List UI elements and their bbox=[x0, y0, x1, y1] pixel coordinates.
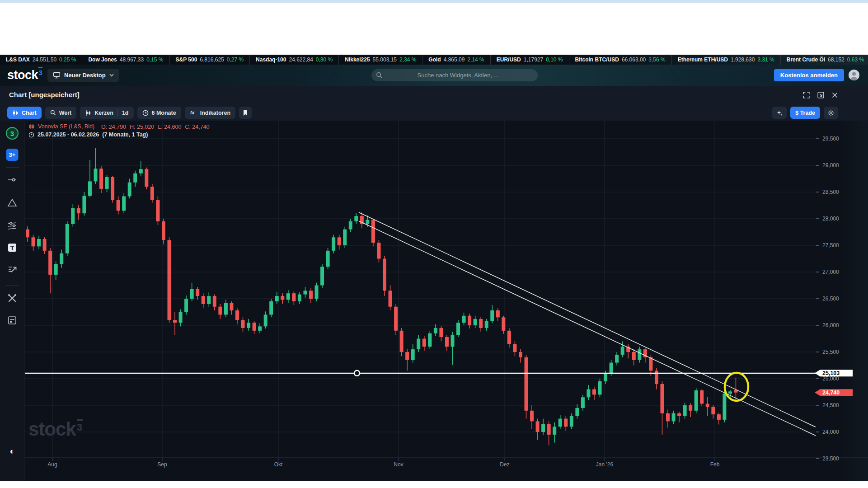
search-input[interactable] bbox=[383, 71, 533, 79]
pattern-tool[interactable] bbox=[7, 220, 18, 231]
ticker-change: 0,30 % bbox=[316, 56, 333, 63]
x-axis[interactable]: AugSepOktNovDezJan '26Feb bbox=[47, 458, 719, 468]
tab-chart[interactable]: Chart bbox=[7, 107, 42, 119]
trend-channel[interactable] bbox=[359, 212, 816, 436]
range-button[interactable]: 6 Monate bbox=[137, 107, 181, 119]
shapes-tool[interactable] bbox=[7, 197, 18, 208]
ticker-symbol: Brent Crude Öl bbox=[787, 56, 825, 63]
ticker-item[interactable]: Ethereum ETH/USD1.928,6303,31 % bbox=[672, 55, 781, 65]
svg-text:25,103: 25,103 bbox=[822, 370, 840, 376]
chevron-down-icon bbox=[109, 74, 114, 77]
ticker-item[interactable]: EUR/USD1,179270,10 % bbox=[491, 55, 569, 65]
charttype-label: Kerzen bbox=[94, 110, 113, 116]
divider bbox=[6, 167, 19, 168]
ticker-item[interactable]: L&S DAX24.551,500,25 % bbox=[0, 55, 82, 65]
bookmark-button[interactable] bbox=[239, 107, 252, 119]
ticker-change: 0,63 % bbox=[847, 56, 864, 63]
ticker-item[interactable]: Gold4.865,092,14 % bbox=[422, 55, 490, 65]
x-axis-label: Okt bbox=[274, 461, 283, 468]
y-axis-label: 24,500 bbox=[822, 402, 839, 408]
signup-button[interactable]: Kostenlos anmelden bbox=[774, 69, 844, 81]
app-header: stock 3 Neuer Desktop bbox=[0, 65, 868, 86]
ticker-item[interactable]: Dow Jones48.967,330,15 % bbox=[82, 55, 169, 65]
popout-icon[interactable] bbox=[817, 91, 825, 99]
ticker-change: 3,56 % bbox=[648, 56, 665, 63]
ticker-bar: L&S DAX24.551,500,25 %Dow Jones48.967,33… bbox=[0, 55, 868, 65]
candlestick-icon bbox=[28, 123, 35, 130]
desktop-selector-button[interactable]: Neuer Desktop bbox=[47, 69, 119, 82]
range-label: 6 Monate bbox=[152, 110, 176, 116]
ticker-symbol: EUR/USD bbox=[497, 56, 521, 63]
ticker-item[interactable]: Nasdaq-10024.622,840,30 % bbox=[250, 55, 339, 65]
y-axis-label: 29,000 bbox=[822, 162, 839, 169]
ticker-symbol: Dow Jones bbox=[88, 56, 117, 63]
ticker-symbol: Gold bbox=[428, 56, 441, 63]
y-axis-label: 26,000 bbox=[822, 322, 839, 328]
legend-instrument-name[interactable]: Vonovia SE (L&S, Bid) bbox=[38, 123, 94, 130]
last-price-tag: 24,740 bbox=[815, 389, 853, 396]
svg-text:T: T bbox=[10, 244, 14, 252]
text-tool[interactable]: T bbox=[7, 242, 18, 253]
indicators-button[interactable]: fx Indikatoren bbox=[185, 107, 235, 119]
trade-label: $ Trade bbox=[795, 110, 815, 116]
ticker-value: 66.063,00 bbox=[622, 56, 646, 63]
logo-text: stock bbox=[7, 68, 38, 82]
y-axis-label: 27,000 bbox=[822, 269, 839, 275]
divider bbox=[6, 285, 19, 286]
charttype-interval-button[interactable]: Kerzen 1d bbox=[80, 107, 133, 119]
indicators-label: Indikatoren bbox=[200, 110, 230, 116]
tools-button[interactable] bbox=[7, 293, 18, 304]
magic-button[interactable] bbox=[772, 107, 787, 119]
desktop-selector-label: Neuer Desktop bbox=[64, 72, 106, 79]
ticker-item[interactable]: Nikkei22555.003,152,34 % bbox=[339, 55, 422, 65]
interval-label: 1d bbox=[122, 110, 129, 116]
stock3-logo[interactable]: stock 3 bbox=[7, 68, 42, 82]
settings-button[interactable] bbox=[824, 107, 838, 119]
drawing-sidebar: 3 3+ bbox=[0, 121, 25, 481]
y-axis-label: 29,500 bbox=[822, 136, 839, 142]
logo-superscript: 3 bbox=[38, 67, 42, 76]
search-icon bbox=[50, 110, 56, 116]
gear-icon bbox=[827, 109, 835, 117]
ticker-item[interactable]: S&P 5006.816,6250,27 % bbox=[170, 55, 250, 65]
stock3-badge[interactable]: 3 bbox=[6, 127, 19, 140]
trade-button[interactable]: $ Trade bbox=[790, 107, 820, 119]
y-axis-label: 24,000 bbox=[822, 429, 839, 435]
y-axis-label: 23,500 bbox=[822, 455, 839, 462]
close-icon[interactable] bbox=[831, 92, 838, 99]
x-axis-label: Nov bbox=[394, 461, 403, 468]
fullscreen-icon[interactable] bbox=[802, 91, 810, 99]
avatar[interactable] bbox=[849, 70, 859, 80]
ticker-item[interactable]: Brent Crude Öl68,1520,63 % bbox=[781, 55, 868, 65]
legend-ohlc: O: 24,790H: 25,020L: 24,600C: 24,740 bbox=[98, 122, 209, 131]
ticker-change: 0,25 % bbox=[59, 56, 76, 63]
add-widget-button[interactable]: 3+ bbox=[6, 149, 19, 161]
ticker-symbol: L&S DAX bbox=[6, 56, 30, 63]
ticker-item[interactable]: Bitcoin BTC/USD66.063,003,56 % bbox=[569, 55, 672, 65]
layout-button[interactable] bbox=[7, 315, 18, 326]
ticker-symbol: Nasdaq-100 bbox=[256, 56, 286, 63]
legend-range: 25.07.2025 - 06.02.2026 bbox=[38, 131, 99, 138]
legend-ohlc-value: O: 24,790 bbox=[101, 124, 126, 130]
chart-main: 3 3+ bbox=[0, 121, 868, 481]
y-axis[interactable]: 29,50029,00028,50028,00027,50027,00026,5… bbox=[816, 136, 839, 462]
y-axis-label: 27,500 bbox=[822, 242, 839, 249]
instrument-search-label: Wert bbox=[59, 110, 72, 116]
ticker-change: 2,14 % bbox=[467, 56, 484, 63]
x-axis-label: Jan '26 bbox=[596, 461, 614, 468]
x-axis-label: Dez bbox=[500, 461, 509, 468]
sparkle-icon bbox=[776, 109, 783, 117]
candlestick-icon bbox=[85, 110, 91, 116]
annotation-arrow-tool[interactable] bbox=[7, 264, 18, 275]
instrument-search-button[interactable]: Wert bbox=[45, 107, 77, 119]
y-axis-label: 28,500 bbox=[822, 189, 839, 195]
theme-toggle[interactable]: ◐ bbox=[9, 446, 14, 456]
ticker-value: 24.622,84 bbox=[289, 56, 313, 63]
ticker-value: 6.816,625 bbox=[200, 56, 224, 63]
svg-text:fx: fx bbox=[190, 110, 195, 115]
highlight-ellipse[interactable] bbox=[725, 373, 748, 401]
trendline-tool[interactable] bbox=[7, 174, 18, 185]
ticker-change: 0,15 % bbox=[146, 56, 163, 63]
price-chart-canvas[interactable]: 29,50029,00028,50028,00027,50027,00026,5… bbox=[25, 121, 868, 481]
chart-toolbar: Chart Wert Kerzen bbox=[0, 105, 868, 121]
